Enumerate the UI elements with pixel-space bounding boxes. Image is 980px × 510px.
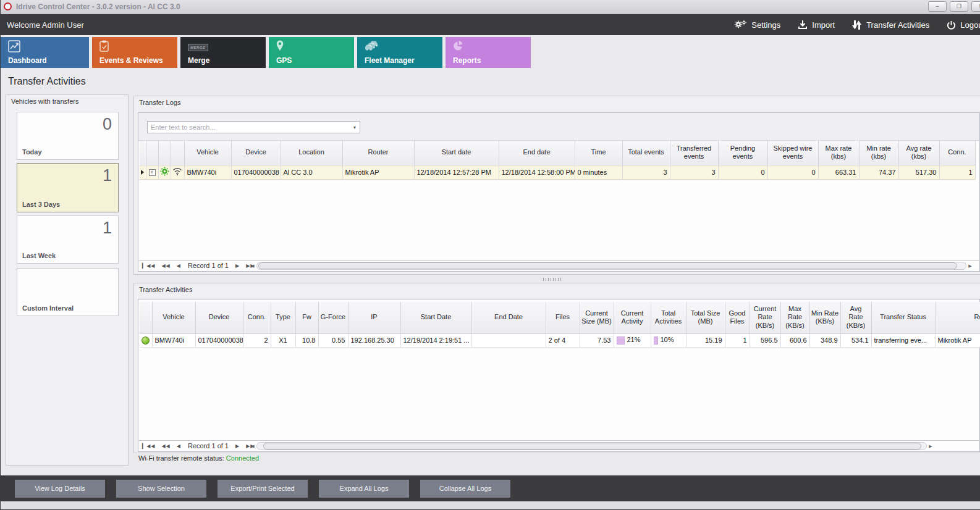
next-record-icon[interactable]: ▶ bbox=[235, 263, 240, 269]
tab-dashboard[interactable]: Dashboard bbox=[1, 37, 89, 68]
cell-conn: 1 bbox=[939, 165, 975, 179]
tab-events-reviews[interactable]: Events & Reviews bbox=[92, 37, 177, 68]
app-logo-icon bbox=[4, 2, 12, 10]
cell-min-rate: 348.9 bbox=[809, 333, 840, 347]
go-first-icon[interactable]: ▎◀◀ bbox=[142, 443, 155, 449]
cell-device: 017040000038 bbox=[195, 333, 243, 347]
prev-record-icon[interactable]: ◀ bbox=[177, 443, 181, 449]
export-print-selected-button[interactable]: Export/Print Selected bbox=[218, 480, 308, 498]
scroll-right-icon[interactable]: ▶ bbox=[927, 444, 934, 449]
minimize-button[interactable]: – bbox=[928, 1, 947, 12]
col-router[interactable]: Router bbox=[342, 141, 414, 165]
col-router[interactable]: Router bbox=[935, 302, 980, 333]
transfer-activity-row[interactable]: BMW740i 017040000038 2 X1 10.8 0.55 192.… bbox=[140, 333, 980, 347]
search-input[interactable] bbox=[148, 123, 350, 131]
col-files[interactable]: Files bbox=[546, 302, 580, 333]
scroll-right-icon[interactable]: ▶ bbox=[966, 264, 974, 269]
page-title: Transfer Activities bbox=[8, 76, 86, 87]
view-log-details-button[interactable]: View Log Details bbox=[15, 480, 105, 498]
tab-merge[interactable]: MERGE Merge bbox=[180, 37, 266, 68]
vehicles-with-transfers-panel: Vehicles with transfers 0 Today 1 Last 3… bbox=[6, 94, 129, 466]
maximize-button[interactable]: ❐ bbox=[950, 1, 968, 12]
next-record-icon[interactable]: ▶ bbox=[235, 443, 240, 449]
cell-device: 017040000038 bbox=[231, 165, 281, 179]
tile-label: Reports bbox=[453, 56, 481, 65]
col-max-rate[interactable]: Max rate (kbs) bbox=[818, 141, 859, 165]
col-fw[interactable]: Fw bbox=[295, 302, 318, 333]
close-button[interactable]: ✕ bbox=[971, 1, 980, 12]
cell-total-events: 3 bbox=[622, 165, 670, 179]
col-conn[interactable]: Conn. bbox=[939, 141, 975, 165]
expand-all-logs-button[interactable]: Expand All Logs bbox=[319, 480, 409, 498]
chevron-down-icon[interactable]: ▼ bbox=[350, 122, 360, 133]
col-transferred-events[interactable]: Transferred events bbox=[670, 141, 718, 165]
tab-gps[interactable]: GPS bbox=[269, 37, 354, 68]
logs-record-navigator: ▎◀◀ ◀◀ ◀ Record 1 of 1 ▶ ▶▶ ▶▶▎ ◀ ▶ bbox=[139, 260, 979, 270]
col-end-date[interactable]: End date bbox=[499, 141, 575, 165]
welcome-text: Welcome Admin User bbox=[7, 20, 84, 30]
import-button[interactable]: Import bbox=[798, 20, 835, 30]
col-indicator bbox=[140, 141, 146, 165]
col-current-rate[interactable]: Current Rate (KB/s) bbox=[750, 302, 780, 333]
col-conn[interactable]: Conn. bbox=[243, 302, 271, 333]
col-total-size[interactable]: Total Size (MB) bbox=[686, 302, 725, 333]
col-total-events[interactable]: Total events bbox=[622, 141, 670, 165]
transfer-activities-button[interactable]: Transfer Activities bbox=[852, 20, 929, 30]
col-transfer-status[interactable]: Transfer Status bbox=[871, 302, 935, 333]
cell-transferred-events: 3 bbox=[670, 165, 718, 179]
activities-record-status: Record 1 of 1 bbox=[188, 442, 229, 449]
col-avg-rate[interactable]: Avg rate (kbs) bbox=[898, 141, 939, 165]
prev-page-icon[interactable]: ◀◀ bbox=[161, 443, 170, 449]
col-location[interactable]: Location bbox=[281, 141, 342, 165]
col-type[interactable]: Type bbox=[271, 302, 295, 333]
show-selection-button[interactable]: Show Selection bbox=[116, 480, 206, 498]
transfer-log-row[interactable]: + BMW740i 017040000038 Al CC 3.0 Mikroti… bbox=[140, 165, 975, 179]
go-first-icon[interactable]: ▎◀◀ bbox=[142, 263, 155, 269]
col-avg-rate[interactable]: Avg Rate (KB/s) bbox=[840, 302, 871, 333]
activities-horizontal-scrollbar[interactable]: ◀ ▶ bbox=[249, 442, 934, 450]
col-current-size[interactable]: Current Size (MB) bbox=[580, 302, 614, 333]
col-max-rate[interactable]: Max Rate (KB/s) bbox=[780, 302, 809, 333]
interval-card-last-3-days[interactable]: 1 Last 3 Days bbox=[17, 163, 119, 212]
col-device[interactable]: Device bbox=[195, 302, 243, 333]
col-g-force[interactable]: G-Force bbox=[318, 302, 348, 333]
col-time[interactable]: Time bbox=[575, 141, 622, 165]
row-indicator-icon bbox=[141, 170, 144, 175]
tile-label: Dashboard bbox=[8, 56, 47, 65]
prev-record-icon[interactable]: ◀ bbox=[177, 263, 181, 269]
tile-label: Fleet Manager bbox=[365, 56, 415, 65]
col-pending-events[interactable]: Pending events bbox=[718, 141, 767, 165]
online-status-icon bbox=[142, 337, 150, 345]
transfer-logs-box: ▼ Vehicle Device Location bbox=[138, 112, 980, 272]
collapse-all-logs-button[interactable]: Collapse All Logs bbox=[420, 480, 510, 498]
cell-type: X1 bbox=[271, 333, 295, 347]
col-device[interactable]: Device bbox=[231, 141, 281, 165]
interval-card-custom-interval[interactable]: Custom Interval bbox=[17, 268, 119, 316]
settings-button[interactable]: Settings bbox=[733, 19, 780, 30]
logs-horizontal-scrollbar[interactable]: ◀ ▶ bbox=[249, 262, 974, 270]
interval-card-last-week[interactable]: 1 Last Week bbox=[17, 215, 119, 264]
col-vehicle[interactable]: Vehicle bbox=[184, 141, 231, 165]
cell-pending-events: 0 bbox=[718, 165, 767, 179]
scroll-left-icon[interactable]: ◀ bbox=[249, 264, 256, 269]
scroll-left-icon[interactable]: ◀ bbox=[249, 444, 256, 449]
col-min-rate[interactable]: Min Rate (KB/s) bbox=[809, 302, 840, 333]
col-good-files[interactable]: Good Files bbox=[725, 302, 750, 333]
tab-fleet-manager[interactable]: Fleet Manager bbox=[357, 37, 442, 68]
col-min-rate[interactable]: Min rate (kbs) bbox=[859, 141, 898, 165]
col-end-date[interactable]: End Date bbox=[471, 302, 546, 333]
prev-page-icon[interactable]: ◀◀ bbox=[161, 263, 170, 269]
card-label: Today bbox=[22, 148, 42, 156]
logout-button[interactable]: Logout bbox=[947, 20, 980, 30]
col-start-date[interactable]: Start Date bbox=[400, 302, 471, 333]
col-total-activities[interactable]: Total Activities bbox=[651, 302, 686, 333]
interval-card-today[interactable]: 0 Today bbox=[17, 112, 119, 160]
col-start-date[interactable]: Start date bbox=[414, 141, 499, 165]
expand-row-icon[interactable]: + bbox=[149, 169, 156, 176]
tab-reports[interactable]: Reports bbox=[446, 37, 531, 68]
panel-splitter-handle[interactable] bbox=[543, 278, 562, 281]
col-skipped-wire-events[interactable]: Skipped wire events bbox=[767, 141, 818, 165]
col-vehicle[interactable]: Vehicle bbox=[152, 302, 195, 333]
col-current-activity[interactable]: Current Activity bbox=[614, 302, 651, 333]
col-ip[interactable]: IP bbox=[348, 302, 400, 333]
